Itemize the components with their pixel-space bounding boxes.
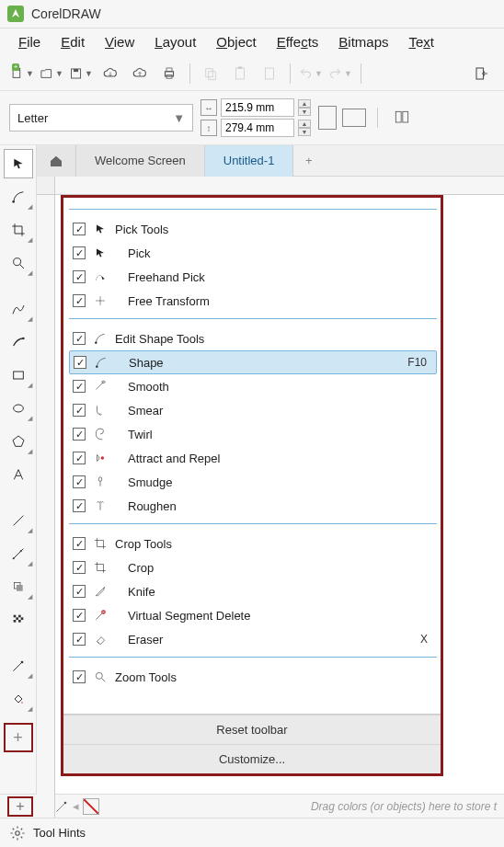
add-color-button[interactable]: + — [7, 796, 33, 817]
checkbox[interactable]: ✓ — [73, 475, 86, 488]
checkbox[interactable]: ✓ — [73, 499, 86, 512]
group-pick-tools[interactable]: ✓ Pick Tools — [69, 217, 437, 241]
svg-rect-28 — [13, 620, 16, 623]
svg-point-36 — [98, 477, 102, 482]
item-free-transform[interactable]: ✓ Free Transform — [69, 289, 437, 313]
polygon-tool[interactable]: ◢ — [4, 427, 33, 456]
line-tool[interactable]: ◢ — [4, 506, 33, 535]
checkbox[interactable]: ✓ — [73, 585, 86, 598]
group-crop-tools[interactable]: ✓ Crop Tools — [69, 532, 437, 555]
welcome-tab[interactable]: Welcome Screen — [75, 145, 204, 177]
checkbox[interactable]: ✓ — [73, 223, 86, 235]
menu-file[interactable]: File — [18, 34, 40, 50]
item-smudge[interactable]: ✓ Smudge — [69, 470, 437, 494]
group-edit-shape-tools[interactable]: ✓ Edit Shape Tools — [69, 326, 437, 350]
gear-icon[interactable] — [9, 825, 26, 841]
new-button[interactable]: + ▼ — [9, 61, 35, 86]
rectangle-tool[interactable]: ◢ — [4, 361, 33, 390]
item-eraser[interactable]: ✓ Eraser X — [69, 627, 437, 651]
page-width-input[interactable] — [221, 98, 294, 117]
dropshadow-tool[interactable]: ◢ — [4, 572, 33, 601]
checkbox[interactable]: ✓ — [73, 294, 86, 307]
checkbox[interactable]: ✓ — [73, 633, 86, 646]
document-tab-1[interactable]: Untitled-1 — [204, 145, 293, 177]
import-button[interactable] — [469, 61, 495, 86]
checkbox[interactable]: ✓ — [73, 452, 86, 464]
item-shape[interactable]: ✓ Shape F10 — [69, 350, 437, 374]
customize-button[interactable]: Customize... — [63, 744, 441, 773]
text-tool[interactable] — [4, 460, 33, 489]
pages-button[interactable] — [389, 105, 415, 131]
clipboard-button[interactable] — [257, 61, 282, 86]
vertical-ruler[interactable]: 300 250 200 150 100 — [37, 195, 55, 818]
ruler-origin[interactable] — [37, 177, 55, 195]
item-crop[interactable]: ✓ Crop — [69, 555, 437, 579]
dimension-tool[interactable]: ◢ — [4, 539, 33, 568]
menu-object[interactable]: Object — [216, 34, 256, 50]
height-spinner[interactable]: ▲▼ — [298, 120, 311, 136]
new-tab-button[interactable]: + — [292, 145, 324, 177]
checkbox[interactable]: ✓ — [73, 670, 86, 683]
landscape-button[interactable] — [342, 109, 366, 127]
checkbox[interactable]: ✓ — [73, 404, 86, 417]
checkbox[interactable]: ✓ — [73, 561, 86, 574]
print-button[interactable] — [156, 61, 182, 86]
artistic-media-tool[interactable] — [4, 327, 33, 357]
open-button[interactable]: ▼ — [39, 61, 64, 86]
ellipse-tool[interactable]: ◢ — [4, 394, 33, 423]
checkbox[interactable]: ✓ — [73, 380, 86, 393]
crop-tool[interactable]: ◢ — [4, 215, 33, 245]
item-virtual-segment-delete[interactable]: ✓ Virtual Segment Delete — [69, 603, 437, 627]
checkbox[interactable]: ✓ — [73, 537, 86, 550]
item-smooth[interactable]: ✓ Smooth — [69, 374, 437, 398]
menu-effects[interactable]: Effects — [277, 34, 319, 50]
menu-edit[interactable]: Edit — [61, 34, 85, 50]
checkbox[interactable]: ✓ — [73, 270, 86, 283]
home-tab[interactable] — [37, 145, 75, 177]
freehand-tool[interactable]: ◢ — [4, 294, 33, 324]
transparency-tool[interactable] — [4, 605, 33, 635]
save-button[interactable]: ▼ — [68, 61, 94, 86]
item-roughen[interactable]: ✓ Roughen — [69, 494, 437, 518]
add-tool-button[interactable]: + — [4, 723, 33, 752]
menu-layout[interactable]: Layout — [155, 34, 196, 50]
cloud-up-button[interactable] — [127, 61, 153, 86]
item-twirl[interactable]: ✓ Twirl — [69, 422, 437, 446]
page-size-dropdown[interactable]: Letter ▼ — [9, 104, 193, 132]
eyedropper-tool[interactable]: ◢ — [4, 651, 33, 681]
cloud-down-button[interactable] — [97, 61, 123, 86]
flyout-list[interactable]: ✓ Pick Tools ✓ Pick ✓ Freehand Pi — [63, 198, 441, 714]
checkbox[interactable]: ✓ — [73, 246, 86, 259]
portrait-button[interactable] — [318, 106, 337, 130]
no-color-swatch[interactable] — [83, 798, 99, 815]
zoom-tool[interactable]: ◢ — [4, 248, 33, 278]
item-smear[interactable]: ✓ Smear — [69, 398, 437, 422]
item-attract-repel[interactable]: ✓ Attract and Repel — [69, 446, 437, 470]
width-spinner[interactable]: ▲▼ — [298, 99, 311, 116]
redo-button[interactable]: ▼ — [327, 61, 353, 86]
paste-button[interactable] — [227, 61, 253, 86]
menu-view[interactable]: View — [105, 34, 134, 50]
eyedropper-icon[interactable] — [54, 799, 69, 814]
item-knife[interactable]: ✓ Knife — [69, 579, 437, 603]
copy-button[interactable] — [198, 61, 223, 86]
page-height-input[interactable] — [221, 119, 294, 137]
reset-toolbar-button[interactable]: Reset toolbar — [63, 715, 441, 744]
checkbox[interactable]: ✓ — [74, 356, 86, 369]
checkbox[interactable]: ✓ — [73, 609, 86, 622]
item-pick[interactable]: ✓ Pick — [69, 241, 437, 265]
item-freehand-pick[interactable]: ✓ Freehand Pick — [69, 265, 437, 289]
nav-left[interactable]: ◂ — [73, 799, 79, 813]
checkbox[interactable]: ✓ — [73, 332, 86, 345]
pick-tool[interactable] — [4, 149, 33, 178]
horizontal-ruler[interactable] — [55, 177, 504, 195]
shape-tool[interactable]: ◢ — [4, 182, 33, 212]
group-zoom-tools[interactable]: ✓ Zoom Tools — [69, 665, 437, 689]
canvas[interactable]: 300 250 200 150 100 ✓ Pick Tools — [37, 177, 504, 818]
menu-bitmaps[interactable]: Bitmaps — [338, 34, 388, 50]
checkbox[interactable]: ✓ — [73, 428, 86, 441]
menu-text[interactable]: Text — [409, 34, 435, 50]
fill-tool[interactable]: ◢ — [4, 684, 33, 714]
undo-button[interactable]: ▼ — [298, 61, 324, 86]
svg-point-31 — [99, 300, 101, 302]
